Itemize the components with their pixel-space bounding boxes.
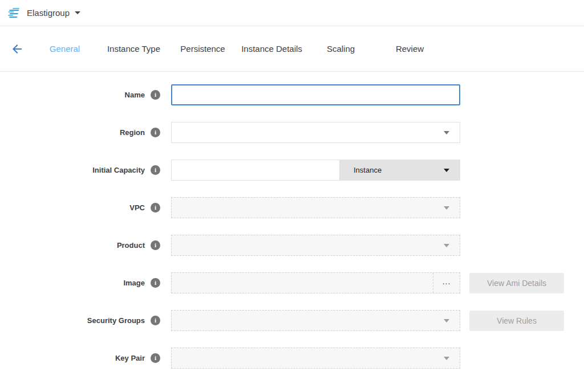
wizard-tab-bar: General Instance Type Persistence Instan…: [0, 26, 584, 72]
vpc-select: [171, 197, 460, 218]
tab-general[interactable]: General: [30, 44, 99, 54]
info-icon[interactable]: i: [151, 90, 160, 100]
view-ami-details-button[interactable]: View Ami Details: [469, 273, 564, 293]
general-settings-form: Name i Region i Initial Capacity i Insta…: [0, 72, 584, 369]
top-bar: Elastigroup: [0, 0, 584, 26]
region-label: Region: [120, 128, 145, 137]
tab-review[interactable]: Review: [375, 44, 444, 54]
browse-image-button[interactable]: ...: [433, 273, 460, 293]
form-row-product: Product i: [0, 235, 584, 256]
info-icon[interactable]: i: [151, 128, 160, 137]
info-icon[interactable]: i: [151, 353, 160, 363]
vpc-label: VPC: [129, 203, 145, 212]
chevron-down-icon: [444, 357, 449, 360]
initial-capacity-input[interactable]: [171, 160, 340, 181]
back-arrow-icon[interactable]: [10, 42, 24, 56]
chevron-down-icon[interactable]: [75, 11, 80, 14]
info-icon[interactable]: i: [151, 203, 160, 213]
image-input: [172, 273, 433, 293]
security-groups-select: [171, 310, 460, 331]
elastigroup-logo-icon: [7, 8, 22, 18]
chevron-down-icon: [444, 319, 449, 322]
info-icon[interactable]: i: [151, 165, 160, 175]
form-row-image: Image i ... View Ami Details: [0, 272, 584, 293]
key-pair-select: [171, 348, 460, 369]
security-groups-label: Security Groups: [87, 316, 145, 325]
view-rules-button[interactable]: View Rules: [469, 311, 564, 331]
form-row-vpc: VPC i: [0, 197, 584, 218]
chevron-down-icon: [444, 169, 449, 172]
capacity-unit-select[interactable]: Instance: [340, 160, 460, 181]
wizard-tabs: General Instance Type Persistence Instan…: [30, 44, 444, 54]
form-row-security-groups: Security Groups i View Rules: [0, 310, 584, 331]
chevron-down-icon: [444, 244, 449, 247]
form-row-name: Name i: [0, 84, 584, 105]
name-label: Name: [125, 91, 145, 99]
name-input[interactable]: [171, 84, 460, 105]
initial-capacity-label: Initial Capacity: [92, 166, 145, 174]
chevron-down-icon: [444, 206, 449, 210]
form-row-region: Region i: [0, 122, 584, 143]
form-row-key-pair: Key Pair i: [0, 348, 584, 369]
info-icon[interactable]: i: [151, 316, 160, 325]
form-row-initial-capacity: Initial Capacity i Instance: [0, 160, 584, 181]
tab-scaling[interactable]: Scaling: [306, 44, 375, 54]
info-icon[interactable]: i: [151, 278, 160, 288]
tab-persistence[interactable]: Persistence: [168, 44, 237, 54]
app-title[interactable]: Elastigroup: [27, 8, 70, 18]
tab-instance-type[interactable]: Instance Type: [99, 44, 168, 54]
chevron-down-icon: [444, 131, 449, 134]
image-label: Image: [123, 279, 145, 287]
info-icon[interactable]: i: [151, 240, 160, 250]
region-select[interactable]: [171, 122, 460, 143]
capacity-unit-value: Instance: [354, 166, 382, 174]
product-label: Product: [117, 241, 145, 250]
product-select: [171, 235, 460, 256]
tab-instance-details[interactable]: Instance Details: [237, 44, 306, 54]
key-pair-label: Key Pair: [115, 354, 145, 362]
